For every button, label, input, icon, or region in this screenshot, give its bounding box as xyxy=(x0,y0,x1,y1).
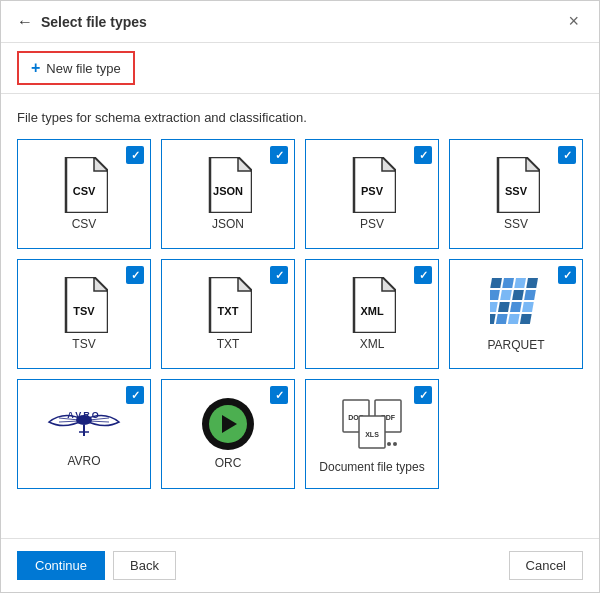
check-badge xyxy=(558,266,576,284)
check-badge xyxy=(414,386,432,404)
txt-label: TXT xyxy=(217,337,240,351)
file-tile-parquet[interactable]: PARQUET xyxy=(449,259,583,369)
svg-point-38 xyxy=(393,442,397,446)
parquet-label: PARQUET xyxy=(487,338,544,352)
footer: Continue Back Cancel xyxy=(1,538,599,592)
document-label: Document file types xyxy=(319,460,424,474)
continue-button[interactable]: Continue xyxy=(17,551,105,580)
svg-rect-9 xyxy=(514,278,526,288)
svg-rect-19 xyxy=(490,314,496,324)
svg-rect-18 xyxy=(522,302,534,312)
file-tile-csv[interactable]: CSV CSV xyxy=(17,139,151,249)
file-tile-psv[interactable]: PSV PSV xyxy=(305,139,439,249)
select-file-types-dialog: ← Select file types × + New file type Fi… xyxy=(0,0,600,593)
xml-label: XML xyxy=(360,337,385,351)
tsv-label: TSV xyxy=(72,337,95,351)
svg-rect-14 xyxy=(524,290,536,300)
xml-icon: XML xyxy=(348,277,396,337)
toolbar: + New file type xyxy=(1,43,599,94)
tsv-icon: TSV xyxy=(60,277,108,337)
new-file-type-button[interactable]: + New file type xyxy=(17,51,135,85)
check-badge xyxy=(414,266,432,284)
svg-rect-20 xyxy=(496,314,508,324)
back-arrow-icon[interactable]: ← xyxy=(17,13,33,31)
plus-icon: + xyxy=(31,59,40,77)
check-badge xyxy=(126,266,144,284)
ssv-label: SSV xyxy=(504,217,528,231)
file-tile-tsv[interactable]: TSV TSV xyxy=(17,259,151,369)
psv-label: PSV xyxy=(360,217,384,231)
psv-icon: PSV xyxy=(348,157,396,217)
svg-line-28 xyxy=(59,421,79,422)
svg-text:SSV: SSV xyxy=(505,185,528,197)
svg-rect-11 xyxy=(490,290,500,300)
svg-text:XML: XML xyxy=(360,305,384,317)
parquet-icon xyxy=(490,276,542,332)
json-icon: JSON xyxy=(204,157,252,217)
file-tile-ssv[interactable]: SSV SSV xyxy=(449,139,583,249)
check-badge xyxy=(126,386,144,404)
subtitle: File types for schema extraction and cla… xyxy=(17,110,583,125)
file-tile-xml[interactable]: XML XML xyxy=(305,259,439,369)
new-file-type-label: New file type xyxy=(46,61,120,76)
svg-rect-22 xyxy=(520,314,532,324)
file-tile-json[interactable]: JSON JSON xyxy=(161,139,295,249)
file-tile-document[interactable]: DOC PDF XLS Document file types xyxy=(305,379,439,489)
dialog-title: Select file types xyxy=(41,14,564,30)
txt-icon: TXT xyxy=(204,277,252,337)
svg-text:TXT: TXT xyxy=(218,305,239,317)
csv-icon: CSV xyxy=(60,157,108,217)
file-types-content: File types for schema extraction and cla… xyxy=(1,94,599,538)
svg-text:PSV: PSV xyxy=(361,185,384,197)
title-bar: ← Select file types × xyxy=(1,1,599,43)
file-tile-avro[interactable]: AVRO AVRO xyxy=(17,379,151,489)
svg-text:JSON: JSON xyxy=(213,185,243,197)
check-badge xyxy=(270,146,288,164)
check-badge xyxy=(126,146,144,164)
svg-rect-7 xyxy=(490,278,502,288)
svg-rect-16 xyxy=(498,302,510,312)
svg-rect-10 xyxy=(526,278,538,288)
file-type-grid: CSV CSV JSON JSON PSV PSV SSV SSV TSV TS… xyxy=(17,139,583,489)
avro-label: AVRO xyxy=(67,454,100,468)
svg-rect-13 xyxy=(512,290,524,300)
check-badge xyxy=(414,146,432,164)
close-button[interactable]: × xyxy=(564,11,583,32)
svg-text:TSV: TSV xyxy=(73,305,95,317)
file-tile-txt[interactable]: TXT TXT xyxy=(161,259,295,369)
orc-icon xyxy=(202,398,254,456)
svg-rect-8 xyxy=(502,278,514,288)
check-badge xyxy=(270,386,288,404)
svg-point-37 xyxy=(387,442,391,446)
multi-doc-icon: DOC PDF XLS xyxy=(341,394,403,456)
json-label: JSON xyxy=(212,217,244,231)
orc-label: ORC xyxy=(215,456,242,470)
svg-text:CSV: CSV xyxy=(73,185,96,197)
svg-rect-17 xyxy=(510,302,522,312)
csv-label: CSV xyxy=(72,217,97,231)
svg-rect-12 xyxy=(500,290,512,300)
avro-icon: AVRO xyxy=(44,400,124,448)
ssv-icon: SSV xyxy=(492,157,540,217)
svg-line-30 xyxy=(89,421,109,422)
check-badge xyxy=(558,146,576,164)
back-button[interactable]: Back xyxy=(113,551,176,580)
svg-rect-21 xyxy=(508,314,520,324)
svg-text:XLS: XLS xyxy=(365,431,379,438)
file-tile-orc[interactable]: ORC xyxy=(161,379,295,489)
check-badge xyxy=(270,266,288,284)
cancel-button[interactable]: Cancel xyxy=(509,551,583,580)
svg-rect-15 xyxy=(490,302,498,312)
